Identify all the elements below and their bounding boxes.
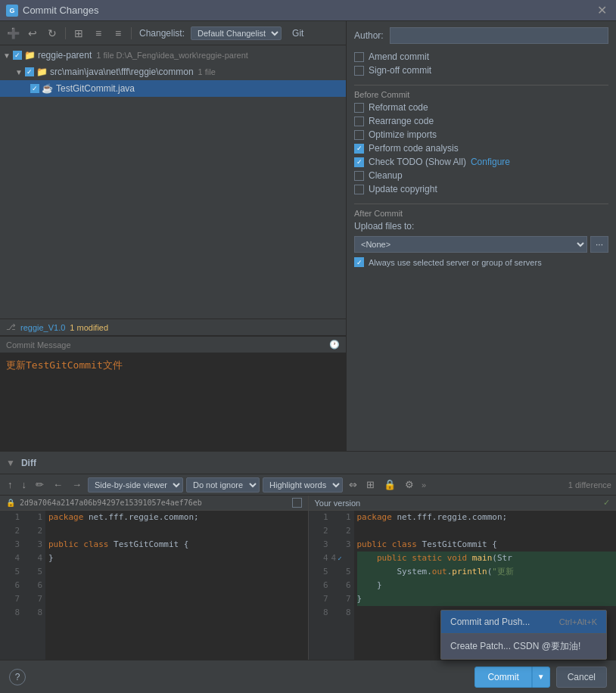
upload-select[interactable]: <None>	[354, 236, 587, 253]
group-button[interactable]: ⊞	[70, 25, 87, 42]
ignore-select[interactable]: Do not ignore	[186, 477, 260, 493]
update-copyright-checkbox[interactable]	[354, 185, 364, 194]
tree-item-root[interactable]: ▼ ✓ 📁 reggie-parent 1 file D:\A_Feng\ide…	[0, 47, 346, 64]
rearrange-row: Rearrange code	[354, 116, 608, 126]
amend-checkbox[interactable]	[354, 52, 364, 62]
reformat-label: Reformat code	[369, 102, 428, 113]
title-bar: G Commit Changes ✕	[0, 0, 616, 21]
diff-down-btn[interactable]: ↓	[19, 477, 30, 492]
commit-dropdown-button[interactable]: ▼	[532, 667, 550, 688]
tree-checkbox-root[interactable]: ✓	[13, 51, 22, 60]
upload-label: Upload files to:	[354, 221, 414, 232]
configure-link[interactable]: Configure	[471, 157, 510, 167]
cleanup-label: Cleanup	[369, 170, 403, 181]
folder-icon-src: 📁	[36, 67, 47, 77]
highlight-select[interactable]: Highlight words	[263, 477, 343, 493]
diff-pane-right-header: Your version ✓	[309, 496, 617, 511]
clock-icon[interactable]: 🕐	[329, 340, 340, 350]
always-use-row: ✓ Always use selected server or group of…	[354, 257, 608, 267]
commit-and-push-item[interactable]: Commit and Push... Ctrl+Alt+K	[441, 611, 606, 633]
diff-expand-icon[interactable]: ▼	[6, 458, 15, 468]
tree-item-src[interactable]: ▼ ✓ 📁 src\main\java\net\fff\reggie\commo…	[0, 64, 346, 80]
undo-button[interactable]: ↩	[24, 25, 41, 42]
separator	[65, 27, 66, 39]
toolbar: ➕ ↩ ↻ ⊞ ≡ ≡ Changelist: Default Changeli…	[0, 21, 346, 45]
diff-up-btn[interactable]: ↑	[5, 477, 16, 492]
rearrange-label: Rearrange code	[369, 116, 434, 126]
separator2	[131, 27, 132, 39]
tree-arrow-root: ▼	[3, 51, 11, 60]
optimize-checkbox[interactable]	[354, 130, 364, 140]
tree-item-file[interactable]: ✓ ☕ TestGitCommit.java	[0, 80, 346, 97]
todo-checkbox[interactable]: ✓	[354, 157, 364, 167]
amend-label: Amend commit	[369, 51, 429, 62]
help-button[interactable]: ?	[9, 669, 26, 685]
commit-and-push-shortcut: Ctrl+Alt+K	[559, 617, 597, 626]
java-file-icon: ☕	[42, 83, 53, 94]
changelist-select[interactable]: Default Changelist	[191, 26, 282, 40]
reformat-checkbox[interactable]	[354, 103, 364, 113]
close-button[interactable]: ✕	[594, 2, 610, 19]
diff-right-tick: ✓	[603, 498, 610, 508]
author-row: Author:	[354, 27, 608, 44]
signoff-label: Sign-off commit	[369, 65, 431, 76]
tree-info-root: 1 file D:\A_Feng\idea_work\reggie-parent	[96, 51, 248, 60]
diff-left-hash: 🔒 2d9a7064a2147a06b94297e15391057e4aef76…	[6, 499, 202, 507]
diff-edit-btn[interactable]: ✏	[33, 477, 47, 492]
cancel-button[interactable]: Cancel	[556, 667, 607, 688]
todo-label: Check TODO (Show All)	[369, 157, 466, 167]
diff-toolbar: ↑ ↓ ✏ ← → Side-by-side viewer Do not ign…	[0, 474, 616, 496]
tree-name-file: TestGitCommit.java	[56, 83, 135, 94]
perform-label: Perform code analysis	[369, 143, 459, 154]
commit-message-area: Commit Message 🕐 更新TestGitCommit文件	[0, 336, 346, 451]
update-copyright-row: Update copyright	[354, 184, 608, 194]
rearrange-checkbox[interactable]	[354, 117, 364, 126]
always-use-label: Always use selected server or group of s…	[369, 258, 542, 267]
diff-left-checkbox[interactable]	[292, 498, 302, 508]
always-use-checkbox[interactable]: ✓	[354, 257, 364, 267]
action-buttons: Commit ▼ Cancel	[474, 667, 607, 688]
author-input[interactable]	[390, 27, 608, 44]
tree-checkbox-src[interactable]: ✓	[25, 67, 34, 76]
diff-title: Diff	[21, 458, 36, 468]
signoff-row: Sign-off commit	[354, 65, 608, 76]
diff-more-icon: »	[422, 480, 426, 489]
perform-checkbox[interactable]: ✓	[354, 144, 364, 154]
upload-more-btn[interactable]: ···	[590, 236, 608, 253]
cleanup-checkbox[interactable]	[354, 171, 364, 181]
diff-next-btn[interactable]: →	[69, 477, 85, 492]
optimize-row: Optimize imports	[354, 129, 608, 140]
commit-btn-group: Commit ▼	[474, 667, 549, 688]
before-commit-header: Before Commit	[354, 85, 608, 99]
diff-prev-btn[interactable]: ←	[50, 477, 66, 492]
diff-settings-btn[interactable]: ⚙	[402, 477, 417, 492]
amend-row: Amend commit	[354, 51, 608, 62]
create-patch-item[interactable]: Create Patch... CSDN @要加油!	[441, 634, 606, 659]
diff-info: 1 difference	[568, 480, 611, 489]
after-commit-header: After Commit	[354, 204, 608, 218]
diff-columns-btn[interactable]: ⊞	[363, 477, 378, 492]
add-button[interactable]: ➕	[5, 25, 21, 42]
viewer-select[interactable]: Side-by-side viewer	[88, 477, 183, 493]
cleanup-row: Cleanup	[354, 170, 608, 181]
commit-and-push-label: Commit and Push...	[450, 617, 530, 627]
reformat-row: Reformat code	[354, 102, 608, 113]
upload-row: Upload files to:	[354, 221, 608, 232]
commit-message-label: Commit Message	[6, 340, 71, 350]
signoff-checkbox[interactable]	[354, 66, 364, 76]
collapse-button[interactable]: ≡	[110, 25, 126, 42]
perform-row: ✓ Perform code analysis	[354, 143, 608, 154]
modified-badge: 1 modified	[70, 323, 108, 332]
todo-row: ✓ Check TODO (Show All) Configure	[354, 157, 608, 167]
commit-button[interactable]: Commit	[474, 667, 531, 688]
create-patch-label: Create Patch... CSDN @要加油!	[450, 640, 580, 653]
branch-bar: ⎇ reggie_V1.0 1 modified	[0, 319, 346, 336]
branch-name[interactable]: reggie_V1.0	[20, 323, 65, 332]
expand-button[interactable]: ≡	[90, 25, 107, 42]
diff-sync-btn[interactable]: ⇔	[346, 477, 360, 492]
diff-lock-btn[interactable]: 🔒	[381, 477, 399, 492]
file-tree: ▼ ✓ 📁 reggie-parent 1 file D:\A_Feng\ide…	[0, 45, 346, 319]
commit-message-input[interactable]: 更新TestGitCommit文件	[0, 353, 346, 451]
tree-checkbox-file[interactable]: ✓	[30, 84, 39, 93]
refresh-button[interactable]: ↻	[44, 25, 61, 42]
